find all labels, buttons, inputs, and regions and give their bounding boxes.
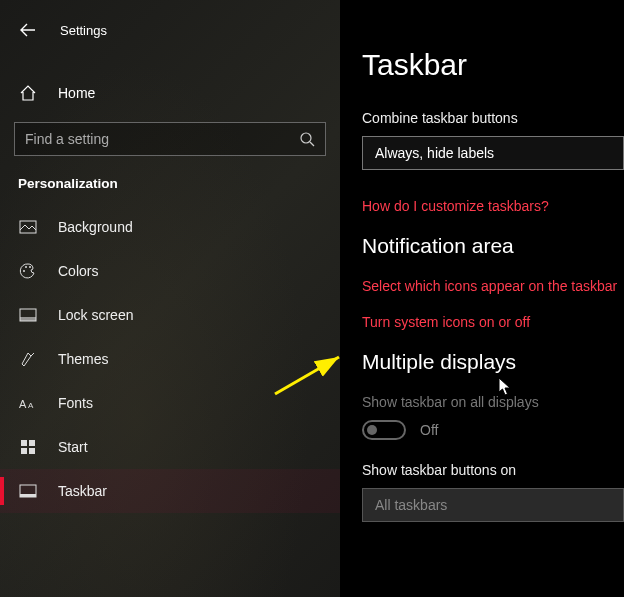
search-input[interactable] xyxy=(25,131,299,147)
palette-icon xyxy=(18,262,38,280)
show-all-label: Show taskbar on all displays xyxy=(362,394,624,410)
fonts-icon: AA xyxy=(18,396,38,411)
svg-text:A: A xyxy=(28,401,34,410)
sidebar-item-fonts[interactable]: AA Fonts xyxy=(0,381,340,425)
home-icon xyxy=(18,84,38,102)
sidebar-item-label: Lock screen xyxy=(58,307,133,323)
sidebar-item-lockscreen[interactable]: Lock screen xyxy=(0,293,340,337)
sidebar-item-label: Fonts xyxy=(58,395,93,411)
show-buttons-label: Show taskbar buttons on xyxy=(362,462,624,478)
svg-rect-10 xyxy=(29,440,35,446)
home-nav[interactable]: Home xyxy=(0,72,340,114)
settings-sidebar: Settings Home Personalization Background… xyxy=(0,0,340,597)
toggle-row: Off xyxy=(362,420,624,440)
themes-icon xyxy=(18,350,38,368)
show-all-toggle[interactable] xyxy=(362,420,406,440)
system-icons-link[interactable]: Turn system icons on or off xyxy=(362,314,624,330)
sidebar-item-background[interactable]: Background xyxy=(0,205,340,249)
taskbar-icon xyxy=(18,484,38,498)
dropdown-value: All taskbars xyxy=(375,497,447,513)
main-content: Taskbar Combine taskbar buttons Always, … xyxy=(340,0,624,597)
svg-text:A: A xyxy=(19,398,27,410)
notification-heading: Notification area xyxy=(362,234,624,258)
svg-rect-11 xyxy=(21,448,27,454)
sidebar-item-colors[interactable]: Colors xyxy=(0,249,340,293)
search-box[interactable] xyxy=(14,122,326,156)
sidebar-item-taskbar[interactable]: Taskbar xyxy=(0,469,340,513)
combine-label: Combine taskbar buttons xyxy=(362,110,624,126)
sidebar-item-label: Themes xyxy=(58,351,109,367)
sidebar-item-label: Background xyxy=(58,219,133,235)
section-label: Personalization xyxy=(0,156,340,205)
search-icon xyxy=(299,131,315,147)
start-icon xyxy=(18,439,38,455)
settings-title: Settings xyxy=(60,23,107,38)
svg-rect-9 xyxy=(21,440,27,446)
show-buttons-dropdown[interactable]: All taskbars xyxy=(362,488,624,522)
sidebar-item-label: Colors xyxy=(58,263,98,279)
combine-dropdown[interactable]: Always, hide labels xyxy=(362,136,624,170)
toggle-state: Off xyxy=(420,422,438,438)
sidebar-item-label: Taskbar xyxy=(58,483,107,499)
svg-point-3 xyxy=(25,266,27,268)
select-icons-link[interactable]: Select which icons appear on the taskbar xyxy=(362,278,624,294)
svg-rect-12 xyxy=(29,448,35,454)
header-row: Settings xyxy=(0,14,340,46)
svg-point-4 xyxy=(29,266,31,268)
sidebar-item-label: Start xyxy=(58,439,88,455)
multi-displays-heading: Multiple displays xyxy=(362,350,624,374)
customize-link[interactable]: How do I customize taskbars? xyxy=(362,198,624,214)
picture-icon xyxy=(18,220,38,234)
svg-rect-14 xyxy=(20,494,36,497)
sidebar-item-themes[interactable]: Themes xyxy=(0,337,340,381)
sidebar-item-start[interactable]: Start xyxy=(0,425,340,469)
page-title: Taskbar xyxy=(362,48,624,82)
dropdown-value: Always, hide labels xyxy=(375,145,494,161)
svg-point-2 xyxy=(23,270,25,272)
back-arrow-icon xyxy=(19,21,37,39)
home-label: Home xyxy=(58,85,95,101)
svg-rect-6 xyxy=(20,317,36,321)
svg-point-0 xyxy=(301,133,311,143)
back-button[interactable] xyxy=(16,18,40,42)
lockscreen-icon xyxy=(18,308,38,322)
